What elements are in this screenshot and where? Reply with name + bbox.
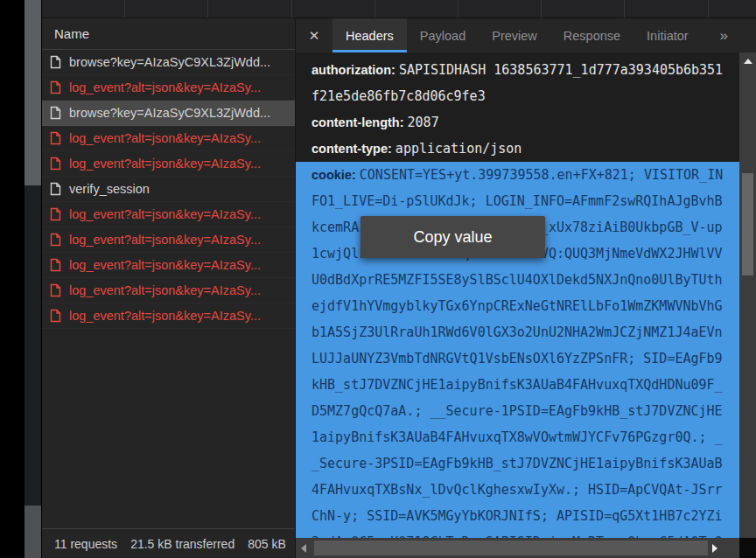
context-menu: Copy value	[360, 216, 545, 258]
header-name: authorization:	[312, 63, 399, 77]
headers-content: authorization: SAPISIDHASH 1638563771_1d…	[296, 52, 739, 538]
request-name: browse?key=AIzaSyC9XL3ZjWdd...	[69, 55, 270, 69]
filmstrip-frame[interactable]	[458, 0, 541, 17]
tab-headers[interactable]: Headers	[332, 18, 407, 52]
header-name: content-length:	[312, 115, 408, 129]
name-column-label: Name	[54, 26, 89, 41]
filmstrip-frame[interactable]	[208, 0, 290, 17]
request-row[interactable]: log_event?alt=json&key=AIzaSy...	[42, 75, 295, 101]
tab-payload[interactable]: Payload	[407, 18, 479, 52]
vertical-scrollbar-thumb[interactable]	[742, 173, 753, 276]
filmstrip-frame[interactable]	[625, 0, 707, 17]
request-row[interactable]: browse?key=AIzaSyC9XL3ZjWdd...	[42, 50, 295, 75]
request-rows: browse?key=AIzaSyC9XL3ZjWdd...log_event?…	[42, 50, 295, 329]
resources-size: 805 kB	[248, 537, 286, 551]
header-content-type[interactable]: content-type: application/json	[312, 136, 729, 162]
request-name: log_event?alt=json&key=AIzaSy...	[69, 233, 261, 247]
request-name: log_event?alt=json&key=AIzaSy...	[69, 258, 261, 272]
filmstrip-frame[interactable]	[125, 0, 207, 17]
more-tabs-button[interactable]: »	[720, 27, 728, 45]
request-row[interactable]: verify_session	[42, 177, 295, 202]
details-tabbar: ✕ HeadersPayloadPreviewResponseInitiator…	[296, 18, 756, 52]
filmstrip-frame[interactable]	[709, 0, 756, 17]
transferred-size: 21.5 kB transferred	[130, 537, 234, 551]
request-row[interactable]: log_event?alt=json&key=AIzaSy...	[42, 227, 295, 253]
requests-count: 11 requests	[54, 537, 117, 551]
request-name: log_event?alt=json&key=AIzaSy...	[69, 283, 261, 297]
network-overview-strip[interactable]	[42, 0, 756, 18]
request-name: verify_session	[69, 182, 150, 196]
request-name: log_event?alt=json&key=AIzaSy...	[69, 207, 261, 221]
request-row[interactable]: log_event?alt=json&key=AIzaSy...	[42, 126, 295, 151]
horizontal-scrollbar-thumb[interactable]	[314, 541, 708, 555]
file-icon	[50, 80, 61, 94]
file-icon	[50, 258, 61, 272]
file-icon	[50, 182, 61, 196]
file-icon	[50, 157, 61, 171]
chevron-double-right-icon: »	[720, 27, 728, 44]
file-icon	[50, 55, 61, 69]
request-row[interactable]: log_event?alt=json&key=AIzaSy...	[42, 202, 295, 227]
file-icon	[50, 233, 61, 247]
header-value: application/json	[396, 141, 522, 157]
request-row[interactable]: log_event?alt=json&key=AIzaSy...	[42, 278, 295, 303]
close-icon: ✕	[309, 28, 320, 44]
tab-preview[interactable]: Preview	[479, 18, 550, 52]
file-icon	[50, 207, 61, 221]
scroll-up-icon	[744, 59, 752, 64]
request-name: log_event?alt=json&key=AIzaSy...	[69, 157, 261, 171]
request-name: log_event?alt=json&key=AIzaSy...	[69, 309, 261, 323]
horizontal-scrollbar[interactable]	[296, 538, 739, 558]
network-summary-bar: 11 requests 21.5 kB transferred 805 kB	[42, 528, 295, 558]
vertical-scrollbar[interactable]	[739, 52, 756, 554]
scroll-left-button[interactable]	[296, 538, 312, 558]
copy-value-menu-item[interactable]: Copy value	[413, 228, 492, 247]
page-scrollbar-bottom[interactable]	[24, 506, 41, 558]
file-icon	[50, 131, 61, 145]
tab-initiator[interactable]: Initiator	[634, 18, 702, 52]
request-row[interactable]: browse?key=AIzaSyC9XL3ZjWdd...	[42, 101, 295, 126]
request-name: log_event?alt=json&key=AIzaSy...	[69, 131, 261, 145]
request-row[interactable]: log_event?alt=json&key=AIzaSy...	[42, 303, 295, 329]
filmstrip-frame[interactable]	[292, 0, 374, 17]
tab-label: Response	[564, 29, 620, 43]
header-name: content-type:	[312, 142, 396, 156]
header-value: 2087	[408, 115, 439, 130]
request-name: browse?key=AIzaSyC9XL3ZjWdd...	[69, 106, 270, 120]
request-details-panel: ✕ HeadersPayloadPreviewResponseInitiator…	[296, 18, 756, 558]
devtools-screenshot: Name browse?key=AIzaSyC9XL3ZjWdd...log_e…	[0, 0, 756, 558]
filmstrip-frame[interactable]	[42, 0, 124, 17]
details-tabs: HeadersPayloadPreviewResponseInitiator	[332, 18, 702, 52]
file-icon	[50, 309, 61, 323]
tab-response[interactable]: Response	[550, 18, 634, 52]
scroll-up-button[interactable]	[739, 54, 756, 68]
close-details-button[interactable]: ✕	[296, 18, 332, 52]
tab-label: Initiator	[647, 29, 689, 43]
file-icon	[50, 106, 61, 120]
scroll-right-button[interactable]	[707, 538, 723, 558]
filmstrip-frame[interactable]	[375, 0, 458, 17]
tab-label: Headers	[346, 29, 394, 43]
request-row[interactable]: log_event?alt=json&key=AIzaSy...	[42, 151, 295, 177]
name-column-header[interactable]: Name	[42, 18, 295, 50]
header-authorization[interactable]: authorization: SAPISIDHASH 1638563771_1d…	[312, 57, 729, 109]
scrollbar-corner	[739, 538, 756, 558]
tab-label: Payload	[420, 29, 466, 43]
page-scrollbar[interactable]	[24, 0, 41, 558]
header-name: cookie:	[312, 168, 360, 182]
page-scrollbar-thumb[interactable]	[24, 0, 41, 185]
tab-label: Preview	[492, 29, 537, 43]
filmstrip-frame[interactable]	[542, 0, 624, 17]
devtools-window: Name browse?key=AIzaSyC9XL3ZjWdd...log_e…	[42, 0, 756, 558]
scroll-left-icon	[301, 544, 306, 553]
header-content-length[interactable]: content-length: 2087	[312, 109, 729, 136]
file-icon	[50, 283, 61, 297]
request-row[interactable]: log_event?alt=json&key=AIzaSy...	[42, 253, 295, 278]
scroll-right-icon	[712, 544, 718, 553]
network-request-list-panel: Name browse?key=AIzaSyC9XL3ZjWdd...log_e…	[42, 18, 296, 558]
request-name: log_event?alt=json&key=AIzaSy...	[69, 80, 261, 94]
